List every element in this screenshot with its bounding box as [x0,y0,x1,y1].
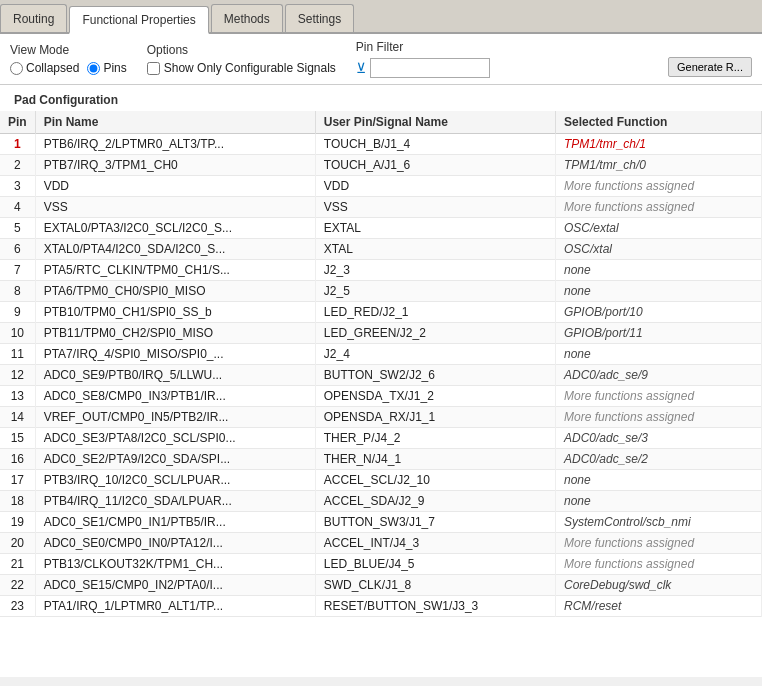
cell-user-signal: THER_P/J4_2 [315,428,555,449]
tab-methods[interactable]: Methods [211,4,283,32]
cell-pin-name: PTA7/IRQ_4/SPI0_MISO/SPI0_... [35,344,315,365]
table-row[interactable]: 4VSSVSSMore functions assigned [0,197,762,218]
table-row[interactable]: 8PTA6/TPM0_CH0/SPI0_MISOJ2_5none [0,281,762,302]
table-header-row: Pin Pin Name User Pin/Signal Name Select… [0,111,762,134]
table-row[interactable]: 22ADC0_SE15/CMP0_IN2/PTA0/I...SWD_CLK/J1… [0,575,762,596]
cell-selected-function: none [555,260,761,281]
generate-spacer [668,41,752,55]
pin-filter-input[interactable] [370,58,490,78]
show-only-checkbox[interactable]: Show Only Configurable Signals [147,61,336,75]
cell-selected-function: More functions assigned [555,176,761,197]
view-mode-label: View Mode [10,43,127,57]
cell-user-signal: LED_RED/J2_1 [315,302,555,323]
cell-selected-function: ADC0/adc_se/3 [555,428,761,449]
cell-pin-name: PTA6/TPM0_CH0/SPI0_MISO [35,281,315,302]
col-pin-name: Pin Name [35,111,315,134]
tab-settings[interactable]: Settings [285,4,354,32]
cell-pin-name: EXTAL0/PTA3/I2C0_SCL/I2C0_S... [35,218,315,239]
table-row[interactable]: 17PTB3/IRQ_10/I2C0_SCL/LPUAR...ACCEL_SCL… [0,470,762,491]
cell-pin: 17 [0,470,35,491]
pins-radio[interactable]: Pins [87,61,126,75]
cell-user-signal: OPENSDA_RX/J1_1 [315,407,555,428]
cell-pin: 22 [0,575,35,596]
cell-selected-function: none [555,281,761,302]
table-row[interactable]: 5EXTAL0/PTA3/I2C0_SCL/I2C0_S...EXTALOSC/… [0,218,762,239]
cell-pin-name: XTAL0/PTA4/I2C0_SDA/I2C0_S... [35,239,315,260]
cell-pin: 7 [0,260,35,281]
cell-pin-name: PTB10/TPM0_CH1/SPI0_SS_b [35,302,315,323]
cell-pin: 2 [0,155,35,176]
cell-user-signal: J2_4 [315,344,555,365]
cell-user-signal: ACCEL_INT/J4_3 [315,533,555,554]
table-row[interactable]: 2PTB7/IRQ_3/TPM1_CH0TOUCH_A/J1_6TPM1/tmr… [0,155,762,176]
content-area: Pad Configuration Pin Pin Name User Pin/… [0,85,762,677]
cell-user-signal: LED_GREEN/J2_2 [315,323,555,344]
cell-pin: 15 [0,428,35,449]
table-row[interactable]: 11PTA7/IRQ_4/SPI0_MISO/SPI0_...J2_4none [0,344,762,365]
generate-button[interactable]: Generate R... [668,57,752,77]
table-row[interactable]: 7PTA5/RTC_CLKIN/TPM0_CH1/S...J2_3none [0,260,762,281]
table-row[interactable]: 20ADC0_SE0/CMP0_IN0/PTA12/I...ACCEL_INT/… [0,533,762,554]
cell-selected-function: OSC/xtal [555,239,761,260]
cell-pin: 23 [0,596,35,617]
cell-selected-function: RCM/reset [555,596,761,617]
cell-selected-function: GPIOB/port/10 [555,302,761,323]
table-row[interactable]: 6XTAL0/PTA4/I2C0_SDA/I2C0_S...XTALOSC/xt… [0,239,762,260]
cell-selected-function: ADC0/adc_se/9 [555,365,761,386]
cell-selected-function: GPIOB/port/11 [555,323,761,344]
cell-user-signal: XTAL [315,239,555,260]
cell-selected-function: none [555,491,761,512]
cell-user-signal: LED_BLUE/J4_5 [315,554,555,575]
cell-user-signal: ACCEL_SDA/J2_9 [315,491,555,512]
view-mode-radio-group: Collapsed Pins [10,61,127,75]
cell-user-signal: TOUCH_A/J1_6 [315,155,555,176]
cell-user-signal: ACCEL_SCL/J2_10 [315,470,555,491]
cell-pin: 4 [0,197,35,218]
tab-functional-properties[interactable]: Functional Properties [69,6,208,34]
collapsed-radio[interactable]: Collapsed [10,61,79,75]
table-row[interactable]: 12ADC0_SE9/PTB0/IRQ_5/LLWU...BUTTON_SW2/… [0,365,762,386]
table-row[interactable]: 19ADC0_SE1/CMP0_IN1/PTB5/IR...BUTTON_SW3… [0,512,762,533]
cell-user-signal: VDD [315,176,555,197]
cell-pin-name: PTB6/IRQ_2/LPTMR0_ALT3/TP... [35,134,315,155]
table-row[interactable]: 18PTB4/IRQ_11/I2C0_SDA/LPUAR...ACCEL_SDA… [0,491,762,512]
cell-pin: 20 [0,533,35,554]
cell-pin: 16 [0,449,35,470]
cell-pin-name: ADC0_SE2/PTA9/I2C0_SDA/SPI... [35,449,315,470]
cell-pin-name: ADC0_SE3/PTA8/I2C0_SCL/SPI0... [35,428,315,449]
table-row[interactable]: 21PTB13/CLKOUT32K/TPM1_CH...LED_BLUE/J4_… [0,554,762,575]
cell-pin-name: PTB4/IRQ_11/I2C0_SDA/LPUAR... [35,491,315,512]
table-row[interactable]: 9PTB10/TPM0_CH1/SPI0_SS_bLED_RED/J2_1GPI… [0,302,762,323]
cell-user-signal: SWD_CLK/J1_8 [315,575,555,596]
cell-pin: 12 [0,365,35,386]
col-user-signal: User Pin/Signal Name [315,111,555,134]
col-selected: Selected Function [555,111,761,134]
options-label: Options [147,43,336,57]
cell-pin: 11 [0,344,35,365]
table-row[interactable]: 10PTB11/TPM0_CH2/SPI0_MISOLED_GREEN/J2_2… [0,323,762,344]
table-row[interactable]: 16ADC0_SE2/PTA9/I2C0_SDA/SPI...THER_N/J4… [0,449,762,470]
table-row[interactable]: 15ADC0_SE3/PTA8/I2C0_SCL/SPI0...THER_P/J… [0,428,762,449]
cell-pin: 5 [0,218,35,239]
table-row[interactable]: 14VREF_OUT/CMP0_IN5/PTB2/IR...OPENSDA_RX… [0,407,762,428]
table-row[interactable]: 3VDDVDDMore functions assigned [0,176,762,197]
tab-routing[interactable]: Routing [0,4,67,32]
cell-pin-name: ADC0_SE9/PTB0/IRQ_5/LLWU... [35,365,315,386]
cell-selected-function: More functions assigned [555,533,761,554]
cell-pin-name: ADC0_SE1/CMP0_IN1/PTB5/IR... [35,512,315,533]
view-mode-group: View Mode Collapsed Pins [10,43,127,75]
cell-selected-function: More functions assigned [555,554,761,575]
col-pin: Pin [0,111,35,134]
table-container[interactable]: Pin Pin Name User Pin/Signal Name Select… [0,111,762,677]
table-row[interactable]: 23PTA1/IRQ_1/LPTMR0_ALT1/TP...RESET/BUTT… [0,596,762,617]
pad-config-heading: Pad Configuration [0,85,762,111]
cell-selected-function: none [555,344,761,365]
cell-pin-name: VDD [35,176,315,197]
cell-pin-name: PTB11/TPM0_CH2/SPI0_MISO [35,323,315,344]
toolbar: View Mode Collapsed Pins Options Show On… [0,34,762,85]
cell-pin-name: PTA5/RTC_CLKIN/TPM0_CH1/S... [35,260,315,281]
table-row[interactable]: 13ADC0_SE8/CMP0_IN3/PTB1/IR...OPENSDA_TX… [0,386,762,407]
cell-user-signal: TOUCH_B/J1_4 [315,134,555,155]
table-row[interactable]: 1PTB6/IRQ_2/LPTMR0_ALT3/TP...TOUCH_B/J1_… [0,134,762,155]
cell-pin: 14 [0,407,35,428]
